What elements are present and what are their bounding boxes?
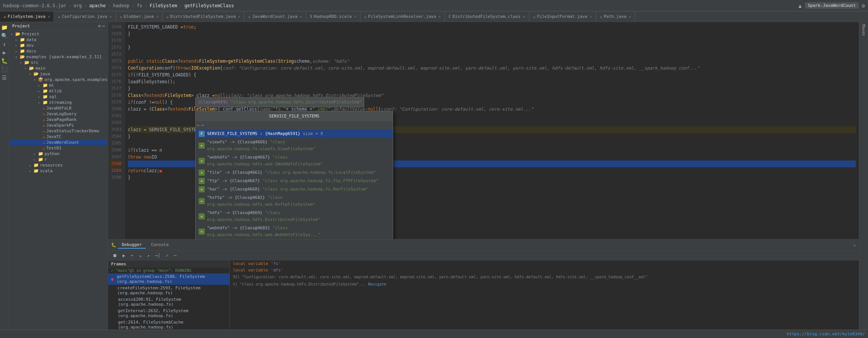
- tree-item-main[interactable]: ▾📂main: [9, 65, 108, 71]
- run-to-cursor-button[interactable]: →|: [153, 252, 162, 259]
- tree-item-org.apache.spark.examples[interactable]: ▾📦org.apache.spark.examples: [9, 77, 108, 83]
- tab-console[interactable]: Console: [147, 241, 172, 249]
- tree-item-javalogquery[interactable]: ☕JavaLogQuery: [9, 111, 108, 117]
- hide-icon[interactable]: —: [102, 24, 105, 29]
- code-line-2571: }: [128, 44, 856, 51]
- stop-button[interactable]: ⏹: [111, 252, 119, 259]
- tree-item-sql[interactable]: ▸📁sql: [9, 94, 108, 100]
- structure-icon[interactable]: ☰: [1, 74, 8, 81]
- tab-DistributedFileSystem-java[interactable]: ☕DistributedFileSystem.java✕: [162, 11, 244, 22]
- frame-item-1[interactable]: createFileSystem:2593, FileSystem (org.a…: [108, 285, 229, 296]
- project-panel-header: Project ⚙ —: [9, 22, 108, 30]
- project-icon[interactable]: 📁: [0, 24, 8, 31]
- ac-item-8[interactable]: = "webhdfs" -> {Class@4683} "class org.a…: [196, 224, 393, 239]
- frame-item-0[interactable]: ●getFileSystemClass:2588, FileSystem (or…: [108, 273, 229, 285]
- ac-item-7[interactable]: = "hdfs" -> {Class@4669} "class org.apac…: [196, 209, 393, 224]
- tab-debugger[interactable]: Debugger: [118, 241, 146, 249]
- tree-item-ml[interactable]: ▸📁ml: [9, 83, 108, 88]
- tab-close[interactable]: ✕: [438, 14, 441, 19]
- debug-icon[interactable]: 🐛: [0, 57, 8, 65]
- tree-item-javasparkpi[interactable]: ☕JavaSparkPi: [9, 122, 108, 128]
- status-url[interactable]: https://blog.csdn.net/kyle0349/: [787, 332, 865, 336]
- line-number-2580: 2580: [110, 106, 121, 113]
- tree-item-scala[interactable]: ▸📁scala: [9, 168, 108, 174]
- step-out-button[interactable]: ↗: [145, 252, 151, 259]
- run-icon[interactable]: ▶: [2, 49, 6, 56]
- tree-item-javawordcount[interactable]: ☕JavaWordCount: [9, 140, 108, 145]
- tab-close[interactable]: ✕: [238, 14, 240, 19]
- tree-item-r[interactable]: ▸📁r: [9, 157, 108, 162]
- tab-close[interactable]: ✕: [629, 14, 631, 19]
- tab-Globber-java[interactable]: ☕Globber.java✕: [116, 11, 163, 22]
- tab-HadoopRDD-scala[interactable]: SHadoopRDD.scala✕: [306, 11, 360, 22]
- tab-FileInputFormat-java[interactable]: ☕FileInputFormat.java✕: [529, 11, 596, 22]
- tab-close[interactable]: ✕: [156, 14, 158, 19]
- code-area[interactable]: FILE_SYSTEMS_LOADED = true; } } public s…: [125, 22, 859, 239]
- frame-item-2[interactable]: access$200:91, FileSystem (org.apache.ha…: [108, 296, 229, 308]
- line-number-2589: 2589: [110, 167, 121, 174]
- step-over-button[interactable]: ↷: [129, 252, 135, 259]
- ac-item-2[interactable]: = "webhdfs" -> {Class@4667} "class org.a…: [196, 153, 393, 168]
- tab-Path-java[interactable]: ☕Path.java✕: [596, 11, 635, 22]
- tree-item-project[interactable]: ▾📂Project: [9, 31, 108, 37]
- tree-item-examples-[spark-examples_2.11][interactable]: ▾📂examples [spark-examples_2.11]: [9, 54, 108, 60]
- more-button[interactable]: ⋯: [172, 252, 178, 259]
- tree-item-mllib[interactable]: ▸📁mllib: [9, 88, 108, 94]
- tab-Configuration-java[interactable]: ☕Configuration.java✕: [54, 11, 116, 22]
- navigate-link[interactable]: Navigate: [368, 282, 386, 286]
- run-config[interactable]: Spark-JavaWordCount: [805, 2, 859, 9]
- ac-forward-btn[interactable]: →: [201, 122, 204, 129]
- tree-item-data[interactable]: ▸📁data: [9, 37, 108, 43]
- tab-close[interactable]: ✕: [110, 14, 112, 19]
- tab-label: DistributedFileSystem.java: [170, 14, 236, 19]
- tab-close[interactable]: ✕: [354, 14, 356, 19]
- ac-item-4[interactable]: = "ftp" -> {Class@4667} "class org.apach…: [196, 177, 393, 185]
- terminal-icon[interactable]: ⬛: [0, 65, 8, 73]
- vcs-icon[interactable]: ↕: [2, 40, 6, 48]
- ac-item-6[interactable]: = "hsftp" -> {Class@4682} "class org.apa…: [196, 194, 393, 209]
- tree-item-javahdfslr[interactable]: ☕JavaHdfsLR: [9, 105, 108, 111]
- evaluate-button[interactable]: ✓: [164, 252, 170, 259]
- tree-item-java[interactable]: ▾📂java: [9, 71, 108, 77]
- step-into-button[interactable]: ↘: [137, 252, 143, 259]
- tab-DistributedFileSystem-class[interactable]: CDistributedFileSystem.class✕: [445, 11, 529, 22]
- frame-item-3[interactable]: getInternal:2632, FileSystem (org.apache…: [108, 308, 229, 319]
- right-icon-1[interactable]: Maven: [861, 24, 866, 36]
- search-icon[interactable]: 🔍: [0, 32, 8, 40]
- tab-close[interactable]: ✕: [48, 14, 50, 19]
- frame-item-4[interactable]: get:2614, FileSystem$Cache (org.apache.h…: [108, 319, 229, 330]
- ac-item-3[interactable]: = "file" -> {Class@4661} "class org.apac…: [196, 168, 393, 177]
- tree-item-resources[interactable]: ▸📁resources: [9, 162, 108, 168]
- resume-button[interactable]: ▶: [121, 252, 127, 259]
- tree-item-streaming[interactable]: ▸📁streaming: [9, 100, 108, 105]
- up-arrow-icon[interactable]: ▲: [798, 3, 801, 9]
- tree-item-javatc[interactable]: ☕JavaTC: [9, 134, 108, 140]
- tree-item-docs[interactable]: ▸📁docs: [9, 48, 108, 54]
- close-debug-button[interactable]: ✕: [853, 243, 856, 248]
- ac-item-1[interactable]: = "viewfs" -> {Class@4666} "class org.ap…: [196, 138, 393, 153]
- ac-item-5[interactable]: = "har" -> {Class@4668} "class org.apach…: [196, 185, 393, 194]
- tab-close[interactable]: ✕: [589, 14, 592, 19]
- tab-FileSystemLinkResolver-java[interactable]: ☕FileSystemLinkResolver.java✕: [360, 11, 445, 22]
- editor-content: 2568256925702571257225732574257525762577…: [108, 22, 859, 239]
- ac-header: SERVICE_FILE_SYSTEMS: [196, 111, 393, 121]
- tab-JavaWordCount-java[interactable]: ☕JavaWordCount.java✕: [244, 11, 306, 22]
- tree-item-test01[interactable]: ☕Test01: [9, 145, 108, 151]
- tree-item-dev[interactable]: ▸📁dev: [9, 43, 108, 48]
- tree-item-label: sql: [49, 94, 57, 99]
- ac-item-0[interactable]: F SERVICE_FILE_SYSTEMS : {HashMap@6591} …: [196, 130, 393, 138]
- java-icon: ☕: [43, 123, 45, 128]
- tab-FileSystem-java[interactable]: ☕FileSystem.java✕: [0, 11, 54, 22]
- ac-back-btn[interactable]: ←: [197, 122, 200, 129]
- java-icon: ☕: [43, 134, 45, 139]
- tree-arrow: ▾: [15, 55, 20, 59]
- tree-item-python[interactable]: ▸📁python: [9, 151, 108, 157]
- code-container: 2568256925702571257225732574257525762577…: [108, 22, 859, 239]
- tree-item-src[interactable]: ▾📂src: [9, 60, 108, 65]
- tree-item-javapagerank[interactable]: ☕JavaPageRank: [9, 117, 108, 122]
- tab-close[interactable]: ✕: [300, 14, 302, 19]
- gear-icon[interactable]: ⚙: [98, 24, 101, 29]
- tree-item-javastatustrackerdemo[interactable]: ☕JavaStatusTrackerDemo: [9, 128, 108, 134]
- settings-icon[interactable]: ⚙: [862, 3, 865, 9]
- tab-close[interactable]: ✕: [523, 14, 525, 19]
